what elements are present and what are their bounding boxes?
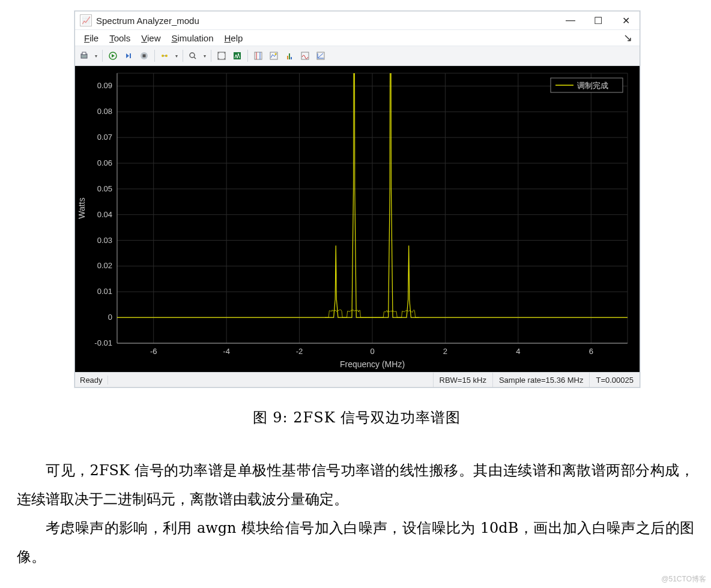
svg-text:6: 6 <box>589 347 593 356</box>
menu-tools[interactable]: Tools <box>104 33 136 43</box>
figure-caption: 图 9: 2FSK 信号双边功率谱图 <box>74 408 639 427</box>
autoscale-button[interactable] <box>214 49 229 63</box>
svg-text:Watts: Watts <box>77 197 86 218</box>
menu-simulation[interactable]: Simulation <box>166 33 219 43</box>
toolbar-sep <box>247 50 248 62</box>
menu-view[interactable]: View <box>136 33 166 43</box>
svg-rect-20 <box>287 56 288 59</box>
svg-text:Frequency (MHz): Frequency (MHz) <box>340 359 405 369</box>
svg-text:0.06: 0.06 <box>97 158 112 167</box>
toolbar-sep <box>154 50 155 62</box>
svg-text:0: 0 <box>370 347 374 356</box>
svg-text:-6: -6 <box>150 347 157 356</box>
window-title: Spectrum Analyzer_modu <box>96 16 199 26</box>
status-bar: Ready RBW=15 kHz Sample rate=15.36 MHz T… <box>75 372 640 387</box>
status-time: T=0.00025 <box>589 373 640 387</box>
svg-rect-15 <box>255 52 262 59</box>
paragraph-1: 可见，2FSK 信号的功率谱是单极性基带信号功率谱的线性搬移。其由连续谱和离散谱… <box>17 456 694 514</box>
svg-text:0.02: 0.02 <box>97 261 112 270</box>
spectrum-chart-svg: -6-4-20246-0.0100.010.020.030.040.050.06… <box>75 66 640 372</box>
undock-icon[interactable]: ↘ <box>620 31 636 44</box>
app-icon: 📈 <box>80 14 92 26</box>
ccdf-icon[interactable] <box>313 49 328 63</box>
svg-marker-4 <box>126 53 129 58</box>
minimize-button[interactable]: — <box>557 11 584 29</box>
window-controls: — ☐ ✕ <box>557 11 640 29</box>
step-forward-button[interactable] <box>121 49 136 63</box>
toolbar-sep <box>211 50 211 62</box>
svg-rect-7 <box>143 55 146 58</box>
toolbar-sep <box>102 50 103 62</box>
maximize-button[interactable]: ☐ <box>584 11 612 29</box>
status-ready: Ready <box>75 376 108 385</box>
svg-text:2: 2 <box>443 347 447 356</box>
svg-text:0.08: 0.08 <box>97 107 112 116</box>
distortion-icon[interactable] <box>298 49 312 63</box>
svg-text:0.01: 0.01 <box>97 287 112 296</box>
body-text: 可见，2FSK 信号的功率谱是单极性基带信号功率谱的线性搬移。其由连续谱和离散谱… <box>17 456 694 571</box>
signal-stats-icon[interactable] <box>267 49 281 63</box>
spectrum-analyzer-window: 📈 Spectrum Analyzer_modu — ☐ ✕ File Tool… <box>74 11 640 388</box>
svg-text:0.04: 0.04 <box>97 210 112 219</box>
svg-point-19 <box>275 53 277 55</box>
stop-button[interactable] <box>137 49 151 63</box>
run-button[interactable] <box>106 49 120 63</box>
paragraph-2: 考虑噪声的影响，利用 awgn 模块给信号加入白噪声，设信噪比为 10dB，画出… <box>17 514 694 571</box>
svg-text:0.05: 0.05 <box>97 184 112 193</box>
svg-text:0: 0 <box>108 313 112 322</box>
svg-point-11 <box>190 53 195 58</box>
spectrum-icon[interactable] <box>230 49 244 63</box>
status-sample-rate: Sample rate=15.36 MHz <box>492 373 590 387</box>
peak-finder-icon[interactable] <box>282 49 297 63</box>
toolbar <box>75 46 640 66</box>
menu-help[interactable]: Help <box>219 33 249 43</box>
cursor-measure-icon[interactable] <box>251 49 265 63</box>
svg-text:-4: -4 <box>223 347 230 356</box>
svg-text:0.09: 0.09 <box>97 81 112 90</box>
svg-line-12 <box>194 57 196 59</box>
print-dropdown[interactable] <box>77 49 99 63</box>
svg-rect-22 <box>291 57 292 59</box>
window-titlebar[interactable]: 📈 Spectrum Analyzer_modu — ☐ ✕ <box>75 11 640 30</box>
zoom-dropdown[interactable] <box>186 49 208 63</box>
toolbar-sep <box>183 50 183 62</box>
svg-marker-3 <box>112 54 115 58</box>
svg-text:4: 4 <box>516 347 520 356</box>
highlight-dropdown[interactable] <box>158 49 180 63</box>
menu-file[interactable]: File <box>79 33 104 43</box>
svg-text:-2: -2 <box>296 347 303 356</box>
svg-text:0.03: 0.03 <box>97 236 112 245</box>
svg-text:-0.01: -0.01 <box>94 338 112 347</box>
close-button[interactable]: ✕ <box>612 11 640 29</box>
svg-rect-1 <box>82 52 86 55</box>
menubar: File Tools View Simulation Help ↘ <box>75 30 640 46</box>
svg-text:0.07: 0.07 <box>97 133 112 142</box>
spectrum-plot[interactable]: -6-4-20246-0.0100.010.020.030.040.050.06… <box>75 66 640 372</box>
svg-rect-5 <box>130 53 131 58</box>
status-rbw: RBW=15 kHz <box>433 373 492 387</box>
svg-rect-21 <box>289 53 290 59</box>
svg-text:调制完成: 调制完成 <box>577 81 608 90</box>
